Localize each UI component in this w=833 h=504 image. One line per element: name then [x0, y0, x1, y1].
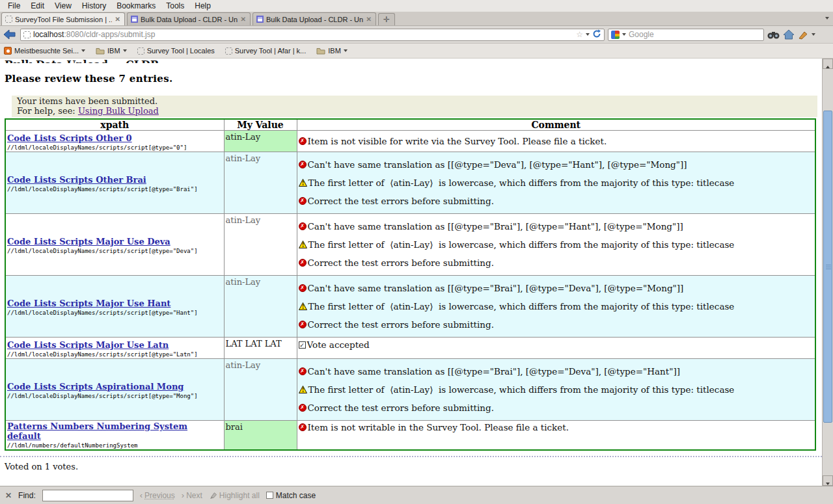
site-favicon-icon [23, 31, 31, 38]
cldr-favicon-icon [256, 16, 264, 23]
comment-cell: Item is not visible for write via the Su… [297, 131, 815, 152]
menu-history[interactable]: History [77, 1, 111, 11]
menu-tools[interactable]: Tools [161, 1, 189, 11]
menu-edit[interactable]: Edit [25, 1, 49, 11]
tab-close-icon[interactable]: ✕ [115, 16, 121, 23]
url-text: localhost:8080/cldr-apps/submit.jsp [33, 30, 573, 39]
my-value-cell: LAT LAT LAT [224, 338, 297, 359]
error-icon [299, 161, 307, 168]
menu-bookmarks[interactable]: Bookmarks [111, 1, 161, 11]
notice-line1: Your items have been submitted. [17, 96, 812, 106]
table-header-row: xpath My Value Comment [5, 119, 815, 131]
scrollbar-thumb[interactable] [823, 111, 832, 423]
bookmarks-bar: Meistbesuchte Sei... IBM Survey Tool | L… [0, 44, 833, 59]
comment-text: The first letter of ⟨atin-Lay⟩ is lowerc… [308, 300, 735, 312]
xpath-code: //ldml/localeDisplayNames/scripts/script… [7, 310, 223, 316]
column-header-my-value: My Value [224, 119, 297, 131]
tab-surveytool-file-submission[interactable]: SurveyTool File Submission | ... ✕ [1, 12, 125, 25]
xpath-link[interactable]: Code Lists Scripts Major Use Latn [7, 340, 169, 350]
folder-icon [316, 47, 325, 55]
tab-close-icon[interactable]: ✕ [240, 16, 247, 23]
toolbar-overflow-icon[interactable] [812, 33, 815, 36]
comment-cell: Item is not writable in the Survey Tool.… [297, 421, 815, 451]
binoculars-icon[interactable] [767, 30, 780, 40]
bookmark-folder-ibm-2[interactable]: IBM [316, 47, 348, 55]
list-all-tabs-icon[interactable] [825, 17, 829, 20]
reload-icon[interactable] [592, 29, 601, 40]
my-value-cell: atin-Lay [224, 131, 297, 152]
xpath-link[interactable]: Code Lists Scripts Other Brai [7, 175, 146, 185]
table-row: Code Lists Scripts Other 0 //ldml/locale… [5, 131, 815, 152]
highlight-all-button[interactable]: Highlight all [209, 491, 260, 500]
warning-icon: ! [299, 302, 307, 310]
my-value-cell: atin-Lay [224, 152, 297, 214]
navigation-bar: localhost:8080/cldr-apps/submit.jsp ☆ Go… [0, 26, 833, 44]
dotted-divider [0, 456, 822, 457]
error-icon [299, 137, 307, 145]
bookmark-label: Survey Tool | Afar | k... [235, 47, 306, 55]
menu-bar: File Edit View History Bookmarks Tools H… [0, 0, 833, 12]
clipped-heading: Bulk Data Upload — CLDR [5, 59, 822, 63]
menu-file[interactable]: File [3, 1, 25, 11]
comment-cell: Can't have same translation as [[@type="… [297, 359, 815, 421]
google-logo-icon [611, 31, 620, 39]
tab-bulk-data-upload-1[interactable]: Bulk Data Upload - CLDR - Un... ✕ [127, 12, 251, 25]
menu-view[interactable]: View [49, 1, 77, 11]
back-button[interactable] [3, 28, 17, 41]
bookmark-folder-ibm-1[interactable]: IBM [96, 47, 127, 55]
menu-help[interactable]: Help [189, 1, 216, 11]
votes-note: Voted on 1 votes. [5, 462, 822, 471]
xpath-link[interactable]: Code Lists Scripts Major Use Deva [7, 237, 171, 246]
xpath-code: //ldml/localeDisplayNames/scripts/script… [7, 144, 223, 151]
notice-line2-prefix: For help, see: [17, 106, 78, 116]
error-icon [299, 197, 307, 205]
tab-title: SurveyTool File Submission | ... [15, 16, 112, 23]
bookmark-label: Meistbesuchte Sei... [14, 47, 79, 55]
error-icon [299, 367, 307, 375]
bookmark-star-icon[interactable]: ☆ [576, 30, 583, 39]
vertical-scrollbar[interactable] [822, 59, 833, 486]
home-icon[interactable] [783, 29, 795, 40]
comment-text: Item is not visible for write via the Su… [308, 135, 607, 147]
url-domain: localhost [33, 30, 64, 39]
find-next-button[interactable]: ›Next [182, 490, 202, 500]
using-bulk-upload-link[interactable]: Using Bulk Upload [78, 106, 159, 116]
xpath-link[interactable]: Code Lists Scripts Major Use Hant [7, 298, 171, 308]
comment-text: Can't have same translation as [[@type="… [308, 220, 683, 232]
find-close-icon[interactable]: ✕ [5, 491, 12, 500]
review-table: xpath My Value Comment Code Lists Script… [5, 118, 816, 451]
table-row: Code Lists Scripts Other Brai //ldml/loc… [5, 152, 815, 214]
highlighter-icon [209, 491, 217, 499]
xpath-link[interactable]: Patterns Numbers Numbering System defaul… [7, 421, 223, 441]
url-path: :8080/cldr-apps/submit.jsp [64, 30, 155, 39]
comment-text: Item is not writable in the Survey Tool.… [308, 421, 569, 433]
search-bar[interactable]: Google [608, 29, 764, 41]
folder-icon [96, 47, 105, 55]
chevron-down-icon [81, 49, 85, 52]
table-row: Patterns Numbers Numbering System defaul… [5, 421, 815, 451]
submission-notice: Your items have been submitted. For help… [12, 96, 817, 117]
find-input[interactable] [42, 490, 133, 501]
warning-icon: ! [299, 179, 307, 187]
new-tab-button[interactable]: ✛ [378, 13, 395, 25]
bookmark-survey-tool-afar[interactable]: Survey Tool | Afar | k... [225, 47, 306, 55]
xpath-link[interactable]: Code Lists Scripts Aspirational Mong [7, 382, 184, 391]
tab-bulk-data-upload-2[interactable]: Bulk Data Upload - CLDR - Un... ✕ [253, 12, 376, 25]
xpath-link[interactable]: Code Lists Scripts Other 0 [7, 133, 132, 143]
brush-icon[interactable] [798, 30, 808, 40]
search-placeholder: Google [629, 30, 761, 39]
scroll-down-icon[interactable] [823, 475, 833, 486]
bookmark-most-visited[interactable]: Meistbesuchte Sei... [4, 47, 85, 55]
match-case-toggle[interactable]: Match case [266, 491, 316, 500]
scroll-up-icon[interactable] [823, 59, 833, 69]
search-engine-dropdown-icon[interactable] [622, 33, 626, 36]
tab-close-icon[interactable]: ✕ [366, 16, 372, 23]
url-dropdown-icon[interactable] [586, 33, 590, 36]
comment-text: The first letter of ⟨atin-Lay⟩ is lowerc… [308, 177, 735, 189]
find-previous-button[interactable]: ‹Previous [140, 490, 175, 500]
page-content: Bulk Data Upload — CLDR Please review th… [0, 59, 822, 486]
error-icon [299, 222, 307, 230]
url-bar[interactable]: localhost:8080/cldr-apps/submit.jsp ☆ [20, 29, 605, 41]
match-case-checkbox-icon[interactable] [266, 492, 273, 499]
bookmark-survey-tool-locales[interactable]: Survey Tool | Locales [137, 47, 215, 55]
